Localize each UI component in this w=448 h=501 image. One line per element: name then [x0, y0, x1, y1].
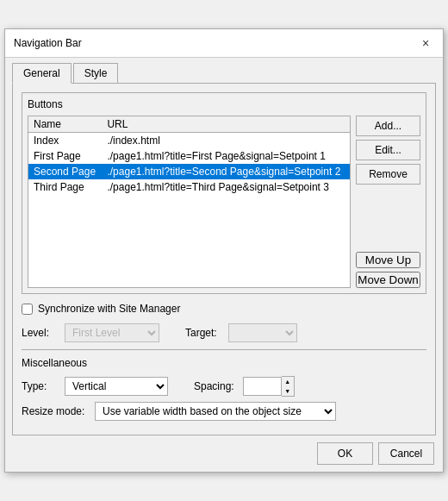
remove-button[interactable]: Remove: [356, 164, 420, 185]
move-buttons: Move Up Move Down: [356, 252, 420, 288]
spacing-input[interactable]: 4: [243, 377, 282, 396]
tab-style[interactable]: Style: [73, 63, 119, 83]
close-button[interactable]: ×: [417, 34, 434, 52]
sync-row: Synchronize with Site Manager: [22, 303, 426, 315]
resize-row: Resize mode: Use variable width based on…: [22, 402, 426, 421]
move-down-button[interactable]: Move Down: [356, 272, 420, 288]
level-select-container: First Level: [65, 323, 159, 342]
target-select-container: [228, 323, 297, 342]
type-row: Type: Vertical Spacing: 4 ▲ ▼: [22, 376, 426, 397]
spinner-down[interactable]: ▼: [282, 386, 294, 396]
top-buttons: Add... Edit... Remove: [356, 116, 420, 185]
table-row[interactable]: Index./index.html: [28, 133, 350, 149]
type-label: Type:: [22, 380, 56, 392]
resize-label: Resize mode:: [22, 405, 86, 417]
dialog: Navigation Bar × General Style Buttons N…: [4, 28, 444, 473]
resize-select[interactable]: Use variable width based on the object s…: [95, 402, 336, 421]
sync-label: Synchronize with Site Manager: [38, 303, 180, 315]
cancel-button[interactable]: Cancel: [378, 442, 434, 465]
buttons-table: Name URL Index./index.htmlFirst Page./pa…: [28, 116, 350, 195]
misc-title: Miscellaneous: [22, 357, 426, 369]
add-button[interactable]: Add...: [356, 116, 420, 136]
table-area: Name URL Index./index.htmlFirst Page./pa…: [28, 116, 420, 288]
side-buttons-col: Add... Edit... Remove Move Up Move Down: [356, 116, 420, 288]
type-select[interactable]: Vertical: [65, 377, 168, 396]
table-row[interactable]: First Page./page1.html?title=First Page&…: [28, 148, 350, 164]
level-label: Level:: [22, 327, 56, 339]
col-url: URL: [102, 116, 350, 133]
tabs: General Style: [5, 58, 443, 83]
table-row[interactable]: Third Page./page1.html?title=Third Page&…: [28, 179, 350, 195]
title-bar: Navigation Bar ×: [5, 29, 443, 58]
table-container[interactable]: Name URL Index./index.htmlFirst Page./pa…: [28, 116, 351, 288]
sync-checkbox[interactable]: [22, 304, 33, 315]
target-label: Target:: [185, 327, 220, 339]
footer: OK Cancel: [5, 435, 443, 472]
buttons-section: Buttons Name URL Index./index.htmlFirst …: [22, 92, 426, 294]
dialog-title: Navigation Bar: [14, 37, 82, 49]
buttons-section-title: Buttons: [28, 98, 420, 110]
level-target-row: Level: First Level Target:: [22, 323, 426, 342]
spinner-buttons: ▲ ▼: [282, 376, 295, 397]
spacing-spinner: 4 ▲ ▼: [243, 376, 295, 397]
ok-button[interactable]: OK: [317, 442, 373, 465]
tab-content: Buttons Name URL Index./index.htmlFirst …: [12, 83, 436, 435]
level-select[interactable]: First Level: [65, 323, 159, 342]
table-row[interactable]: Second Page./page1.html?title=Second Pag…: [28, 164, 350, 179]
col-name: Name: [28, 116, 102, 133]
tab-general[interactable]: General: [12, 63, 72, 84]
spacing-label: Spacing:: [194, 380, 234, 392]
edit-button[interactable]: Edit...: [356, 140, 420, 160]
spinner-up[interactable]: ▲: [282, 377, 294, 386]
target-select[interactable]: [228, 323, 297, 342]
miscellaneous-section: Miscellaneous Type: Vertical Spacing: 4 …: [22, 349, 426, 421]
move-up-button[interactable]: Move Up: [356, 252, 420, 268]
